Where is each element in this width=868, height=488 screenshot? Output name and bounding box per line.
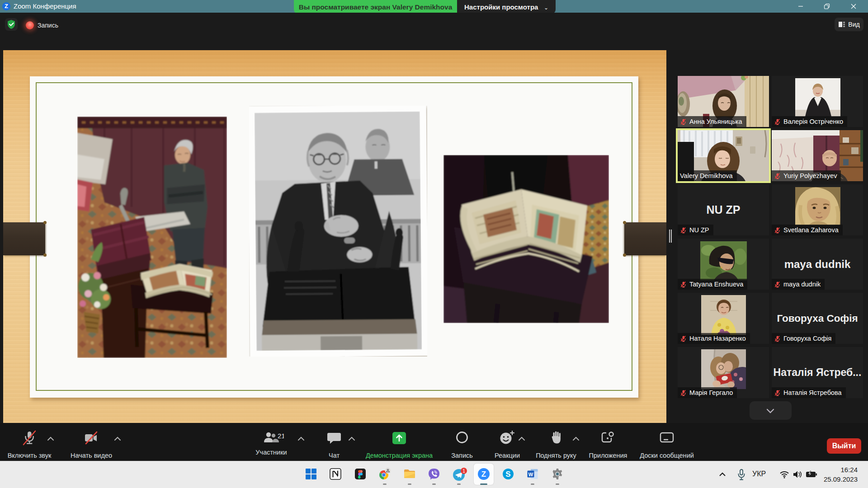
svg-text:Z: Z	[481, 470, 486, 479]
svg-text:21: 21	[278, 432, 284, 440]
svg-text:S: S	[505, 470, 510, 479]
svg-text:1: 1	[462, 468, 465, 474]
svg-text:W: W	[528, 472, 533, 477]
